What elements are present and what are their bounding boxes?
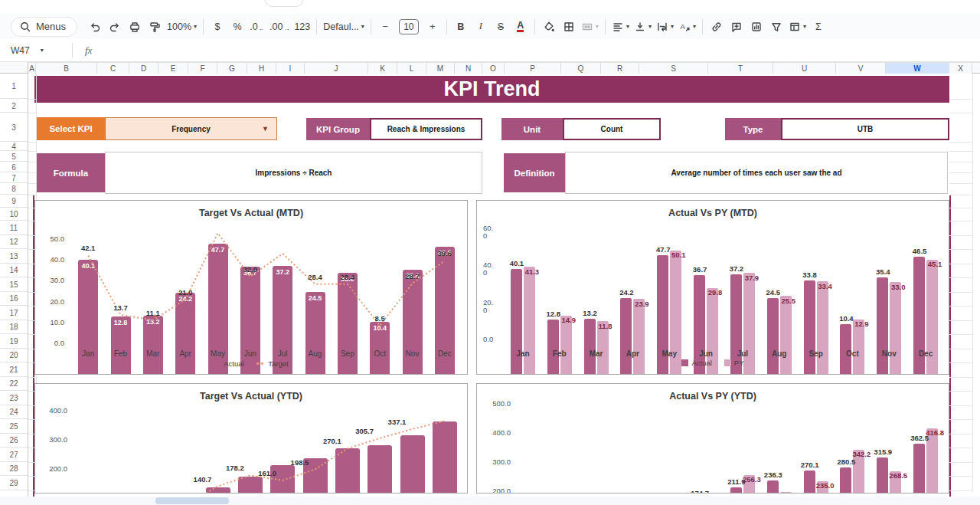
column-header-O[interactable]: O (482, 63, 505, 74)
column-header-T[interactable]: T (708, 63, 773, 74)
horizontal-scrollbar-thumb[interactable] (155, 497, 229, 504)
row-header-25[interactable]: 25 (0, 420, 28, 434)
column-header-N[interactable]: N (455, 63, 482, 74)
decrease-decimals-button[interactable]: .0← (247, 18, 267, 36)
column-header-X[interactable]: X (949, 63, 972, 74)
formula-input[interactable] (98, 39, 980, 61)
format-currency-button[interactable]: $ (207, 18, 227, 36)
row-header-18[interactable]: 18 (0, 321, 28, 335)
undo-button[interactable] (85, 18, 105, 36)
horizontal-align-button[interactable]: ▾ (609, 18, 632, 36)
redo-button[interactable] (105, 18, 125, 36)
row-header-11[interactable]: 11 (0, 221, 28, 235)
row-header-28[interactable]: 28 (0, 463, 28, 477)
insert-link-button[interactable] (707, 18, 727, 36)
row-header-9[interactable]: 9 (0, 195, 28, 208)
vertical-align-button[interactable]: ▾ (632, 18, 654, 36)
row-header-29[interactable]: 29 (0, 477, 28, 490)
row-header-1[interactable]: 1 (0, 74, 28, 99)
column-header-Q[interactable]: Q (561, 63, 601, 74)
table-views-button[interactable]: ▾ (786, 18, 808, 36)
fill-color-button[interactable] (539, 18, 559, 36)
text-rotation-button[interactable]: A▾ (676, 18, 698, 36)
font-select-button[interactable]: Defaul...▾ (321, 18, 367, 36)
merge-cells-button[interactable]: ▾ (579, 18, 601, 36)
column-header-H[interactable]: H (247, 63, 276, 74)
column-header-W[interactable]: W (886, 63, 949, 74)
menus-search[interactable]: Menus (11, 17, 77, 37)
row-header-8[interactable]: 8 (0, 184, 28, 195)
more-formats-button[interactable]: 123 (292, 18, 312, 36)
chart-actual-vs-py-ytd[interactable]: Actual Vs PY (YTD)200.0300.0400.0500.013… (476, 383, 949, 494)
row-header-10[interactable]: 10 (0, 208, 28, 221)
row-header-7[interactable]: 7 (0, 173, 28, 183)
row-header-21[interactable]: 21 (0, 363, 28, 377)
bold-button[interactable]: B (451, 18, 471, 36)
chart-target-vs-actual-ytd[interactable]: Target Vs Actual (YTD)200.0300.0400.082.… (34, 383, 468, 494)
chevron-down-icon[interactable]: ▼ (262, 125, 269, 133)
insert-chart-button[interactable] (746, 18, 766, 36)
column-header-U[interactable]: U (773, 63, 836, 74)
column-header-K[interactable]: K (368, 63, 397, 74)
text-wrap-button[interactable]: ▾ (654, 18, 676, 36)
column-header-R[interactable]: R (601, 63, 639, 74)
row-header-22[interactable]: 22 (0, 378, 28, 392)
row-header-12[interactable]: 12 (0, 236, 28, 250)
create-filter-button[interactable] (766, 18, 786, 36)
paint-format-button[interactable] (145, 18, 165, 36)
row-headers[interactable]: 1234567891011121314151617181920212223242… (0, 74, 28, 497)
column-header-B[interactable]: B (36, 63, 97, 74)
row-header-13[interactable]: 13 (0, 250, 28, 264)
column-header-S[interactable]: S (639, 63, 708, 74)
strikethrough-button[interactable]: S (491, 18, 511, 36)
column-header-D[interactable]: D (129, 63, 158, 74)
column-header-I[interactable]: I (276, 63, 305, 74)
font-size-input-button[interactable]: 10 (395, 18, 423, 36)
italic-button[interactable]: I (471, 18, 491, 36)
row-header-19[interactable]: 19 (0, 335, 28, 349)
column-header-E[interactable]: E (158, 63, 188, 74)
row-header-23[interactable]: 23 (0, 392, 28, 405)
column-header-M[interactable]: M (426, 63, 455, 74)
chart-actual-vs-py-mtd[interactable]: Actual Vs PY (MTD)0.020.040.060.040.141.… (476, 200, 949, 375)
row-header-15[interactable]: 15 (0, 278, 28, 292)
zoom-select-button[interactable]: 100%▾ (165, 18, 199, 36)
row-header-14[interactable]: 14 (0, 264, 28, 278)
row-header-16[interactable]: 16 (0, 293, 28, 307)
row-header-2[interactable]: 2 (0, 100, 28, 113)
row-header-24[interactable]: 24 (0, 406, 28, 420)
column-header-F[interactable]: F (188, 63, 217, 74)
horizontal-scrollbar[interactable] (0, 497, 980, 505)
increase-decimals-button[interactable]: .00→ (267, 18, 292, 36)
row-header-3[interactable]: 3 (0, 113, 28, 142)
row-header-26[interactable]: 26 (0, 434, 28, 448)
row-header-27[interactable]: 27 (0, 448, 28, 462)
chart-target-vs-actual-mtd[interactable]: Target Vs Actual (MTD)0.010.020.030.040.… (34, 200, 468, 375)
row-header-4[interactable]: 4 (0, 143, 28, 151)
chevron-down-icon[interactable]: ▾ (41, 47, 44, 54)
borders-button[interactable] (559, 18, 579, 36)
column-header-A[interactable]: A (28, 63, 36, 74)
column-header-G[interactable]: G (217, 63, 247, 74)
text-color-button[interactable]: A (511, 18, 531, 36)
column-header-P[interactable]: P (505, 63, 561, 74)
name-box[interactable]: W47 ▾ (0, 45, 66, 56)
row-header-20[interactable]: 20 (0, 349, 28, 363)
column-header-C[interactable]: C (97, 63, 129, 74)
format-percent-button[interactable]: % (227, 18, 247, 36)
row-header-6[interactable]: 6 (0, 162, 28, 172)
print-button[interactable] (125, 18, 145, 36)
column-header-L[interactable]: L (397, 63, 426, 74)
sheet-canvas[interactable]: KPI Trend Select KPI Frequency ▼ KPI Gro… (0, 0, 980, 505)
column-header-V[interactable]: V (836, 63, 886, 74)
row-header-5[interactable]: 5 (0, 152, 28, 162)
select-all-corner[interactable] (0, 62, 28, 74)
decrease-font-size-button[interactable]: − (375, 18, 395, 36)
increase-font-size-button[interactable]: + (423, 18, 443, 36)
kpi-dropdown[interactable]: Frequency ▼ (105, 117, 277, 140)
functions-button[interactable]: Σ (808, 18, 828, 36)
column-header-J[interactable]: J (305, 63, 368, 74)
insert-comment-button[interactable] (727, 18, 746, 36)
row-header-17[interactable]: 17 (0, 307, 28, 320)
column-headers[interactable]: ABCDEFGHIJKLMNOPQRSTUVWX (0, 62, 980, 74)
